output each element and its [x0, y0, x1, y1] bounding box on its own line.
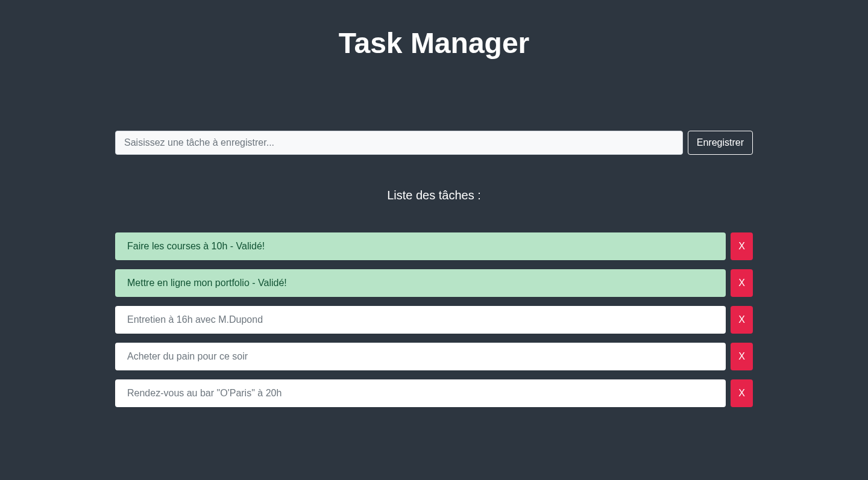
page-title: Task Manager: [0, 0, 868, 72]
task-row: Acheter du pain pour ce soirX: [115, 343, 753, 370]
task-row: Rendez-vous au bar "O'Paris" à 20hX: [115, 379, 753, 407]
task-row: Mettre en ligne mon portfolio - Validé!X: [115, 269, 753, 297]
task-card[interactable]: Entretien à 16h avec M.Dupond: [115, 306, 726, 334]
task-row: Faire les courses à 10h - Validé!X: [115, 232, 753, 260]
delete-button[interactable]: X: [731, 269, 753, 297]
task-card[interactable]: Faire les courses à 10h - Validé!: [115, 232, 726, 260]
task-list: Faire les courses à 10h - Validé!XMettre…: [115, 232, 753, 407]
delete-button[interactable]: X: [731, 306, 753, 334]
delete-button[interactable]: X: [731, 232, 753, 260]
task-input[interactable]: [115, 131, 683, 155]
task-list-heading: Liste des tâches :: [115, 189, 753, 202]
delete-button[interactable]: X: [731, 379, 753, 407]
task-row: Entretien à 16h avec M.DupondX: [115, 306, 753, 334]
task-card[interactable]: Acheter du pain pour ce soir: [115, 343, 726, 370]
task-input-row: Enregistrer: [115, 131, 753, 155]
task-card[interactable]: Rendez-vous au bar "O'Paris" à 20h: [115, 379, 726, 407]
delete-button[interactable]: X: [731, 343, 753, 370]
task-card[interactable]: Mettre en ligne mon portfolio - Validé!: [115, 269, 726, 297]
save-button[interactable]: Enregistrer: [688, 131, 753, 155]
